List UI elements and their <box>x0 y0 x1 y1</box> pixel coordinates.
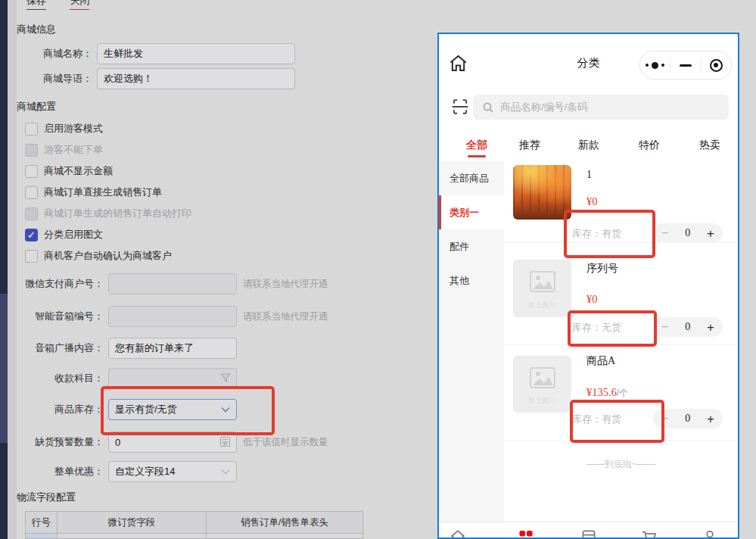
tab-hot[interactable]: 热卖 <box>699 139 720 152</box>
app-window: 保存 关闭 商城信息 商城名称： 商城导语： 商城配置 启用游客模式 游客不能下… <box>0 0 756 539</box>
quantity-value: 0 <box>685 321 690 333</box>
calculator-icon <box>219 436 231 447</box>
active-tab-underline <box>468 155 486 157</box>
chevron-down-icon <box>221 407 230 413</box>
nav-profile-icon[interactable] <box>702 528 719 539</box>
image-icon <box>530 367 555 388</box>
minus-button[interactable]: − <box>661 413 668 425</box>
mini-program-preview: 分类 商品名称/编号/条码 全部 推荐 新款 特价 热卖 全部商品 类别一 配件 <box>437 33 739 539</box>
checkbox-checked-icon[interactable] <box>25 229 38 241</box>
col-header-sales-header: 销售订单/销售单表头 <box>207 511 363 534</box>
shortage-warn-input[interactable] <box>108 432 237 453</box>
section-title-logistics: 物流字段配置 <box>17 491 76 504</box>
broadcast-label: 音箱广播内容： <box>17 341 104 355</box>
nav-orders-icon[interactable] <box>580 528 598 539</box>
order-discount-select[interactable]: 自定义字段14 <box>108 461 237 482</box>
plus-button[interactable]: + <box>707 321 714 334</box>
col-header-field: 微订货字段 <box>58 511 207 534</box>
category-all-products[interactable]: 全部商品 <box>439 161 504 195</box>
receipt-account-input <box>108 368 237 389</box>
checkbox-icon <box>25 144 38 157</box>
row-stock-display: 商品库存： 显示有货/无货 <box>17 399 237 420</box>
list-end-text: ——到底啦~—— <box>504 441 738 471</box>
stock-display-label: 商品库存： <box>17 403 104 416</box>
nav-home-icon[interactable] <box>450 528 467 539</box>
tab-special[interactable]: 特价 <box>639 139 660 152</box>
checkbox-icon[interactable] <box>25 123 38 136</box>
shortage-warn-label: 缺货预警数量： <box>17 435 104 449</box>
quantity-value: 0 <box>685 227 690 239</box>
more-dots-icon[interactable] <box>640 51 670 79</box>
row-mall-name: 商城名称： <box>17 43 295 64</box>
mall-slogan-label: 商城导语： <box>17 72 92 86</box>
checkbox-guest-mode[interactable]: 启用游客模式 <box>25 121 103 136</box>
product-row[interactable]: 暂无图片 序列号 ¥0 库存：无货 − 0 + <box>504 243 738 345</box>
section-title-mall-info: 商城信息 <box>17 23 56 36</box>
receipt-account-label: 收款科目： <box>17 372 104 385</box>
search-input[interactable]: 商品名称/编号/条码 <box>473 95 729 120</box>
stock-label: 库存：有货 <box>572 227 621 241</box>
shortage-warn-hint: 低于该值时显示数量 <box>243 436 328 449</box>
save-button[interactable]: 保存 <box>26 0 46 10</box>
no-image-placeholder: 暂无图片 <box>513 356 571 413</box>
product-list: 1 ¥0 库存：有货 − 0 + 暂无图片 序列号 ¥0 库存：无货 − <box>504 161 738 471</box>
stock-label: 库存：有货 <box>572 413 621 426</box>
row-mall-slogan: 商城导语： <box>17 68 295 89</box>
row-smart-speaker: 智能音箱编号： 请联系当地代理开通 <box>17 306 328 327</box>
product-row[interactable]: 1 ¥0 库存：有货 − 0 + <box>504 161 738 243</box>
sidebar-active-segment <box>0 294 8 443</box>
category-accessories[interactable]: 配件 <box>439 229 504 263</box>
checkbox-icon[interactable] <box>25 165 38 178</box>
minus-button[interactable]: − <box>661 227 668 239</box>
col-header-line-no: 行号 <box>25 511 58 534</box>
smart-speaker-hint: 请联系当地代理开通 <box>243 310 328 323</box>
row-broadcast: 音箱广播内容： <box>17 338 237 359</box>
nav-cart-icon[interactable] <box>641 528 658 539</box>
collapsed-sidebar <box>0 0 8 539</box>
search-icon <box>482 101 494 114</box>
table-row[interactable] <box>25 534 363 539</box>
checkbox-direct-sales-order[interactable]: 商城订单直接生成销售订单 <box>25 185 162 200</box>
plus-button[interactable]: + <box>707 227 714 240</box>
search-placeholder: 商品名称/编号/条码 <box>500 101 588 114</box>
category-other[interactable]: 其他 <box>439 263 504 298</box>
checkbox-icon[interactable] <box>25 186 38 199</box>
tab-new[interactable]: 新款 <box>578 139 599 152</box>
row-shortage-warn: 缺货预警数量： 低于该值时显示数量 <box>17 432 328 453</box>
mall-slogan-input[interactable] <box>97 68 295 89</box>
quantity-value: 0 <box>685 413 690 425</box>
table-header-row: 行号 微订货字段 销售订单/销售单表头 <box>25 511 363 534</box>
vertical-scrollbar[interactable] <box>8 0 17 539</box>
broadcast-input[interactable] <box>108 338 237 359</box>
chevron-down-icon <box>221 469 230 475</box>
product-row[interactable]: 暂无图片 商品A ¥135.6/个 库存：有货 − 0 + <box>504 345 738 441</box>
checkbox-category-rich-text[interactable]: 分类启用图文 <box>25 227 103 242</box>
category-one[interactable]: 类别一 <box>439 195 504 229</box>
checkbox-auto-print: 商城订单生成的销售订单自动打印 <box>25 206 191 221</box>
minimize-icon[interactable] <box>670 51 700 79</box>
bottom-nav <box>439 522 738 539</box>
quantity-stepper: − 0 + <box>653 317 723 337</box>
mall-name-input[interactable] <box>97 43 295 64</box>
smart-speaker-input <box>108 306 237 327</box>
minus-button[interactable]: − <box>661 321 668 333</box>
wechat-pay-label: 微信支付商户号： <box>17 277 104 291</box>
category-sidebar: 全部商品 类别一 配件 其他 <box>439 161 504 522</box>
target-circle-icon[interactable] <box>702 51 731 79</box>
order-discount-label: 整单优惠： <box>17 465 104 478</box>
no-image-placeholder: 暂无图片 <box>513 260 571 317</box>
plus-button[interactable]: + <box>707 413 714 425</box>
stock-display-select[interactable]: 显示有货/无货 <box>108 399 237 420</box>
nav-category-icon[interactable] <box>518 528 535 539</box>
checkbox-auto-confirm-customer[interactable]: 商机客户自动确认为商城客户 <box>25 248 172 263</box>
wechat-pay-hint: 请联系当地代理开通 <box>243 278 328 291</box>
filter-funnel-icon[interactable] <box>220 372 231 383</box>
mall-name-label: 商城名称： <box>17 47 92 61</box>
scan-barcode-icon[interactable] <box>450 97 470 120</box>
tab-recommend[interactable]: 推荐 <box>519 139 540 152</box>
close-button[interactable]: 关闭 <box>70 0 89 10</box>
checkbox-hide-amount[interactable]: 商城不显示金额 <box>25 164 113 179</box>
row-order-discount: 整单优惠： 自定义字段14 <box>17 461 237 482</box>
checkbox-icon[interactable] <box>25 250 38 263</box>
tab-all[interactable]: 全部 <box>466 139 487 152</box>
